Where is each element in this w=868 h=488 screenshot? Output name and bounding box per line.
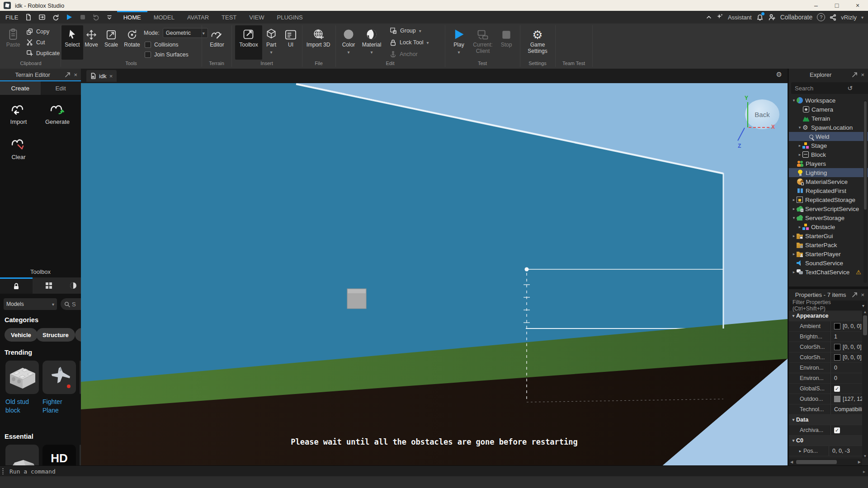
assistant-button[interactable]: Assistant: [728, 14, 752, 21]
tree-item-camera[interactable]: Camera: [789, 105, 868, 114]
viewport[interactable]: idk × ⚙: [81, 69, 788, 465]
redo-icon[interactable]: [52, 14, 59, 21]
close-tab-icon[interactable]: ×: [109, 73, 113, 80]
cut-button[interactable]: Cut: [26, 39, 45, 46]
color-button[interactable]: Color ▾: [339, 25, 358, 60]
toolbox-item-label[interactable]: Old stud block: [5, 398, 41, 415]
tree-item-block[interactable]: ▸Block: [789, 150, 868, 159]
tree-item-lighting[interactable]: Lighting: [789, 168, 868, 177]
tab-home[interactable]: HOME: [117, 11, 147, 23]
mode-dropdown[interactable]: Geometric▾: [163, 28, 208, 38]
rotate-tool-button[interactable]: Rotate: [122, 25, 142, 60]
notifications-bell-icon[interactable]: [756, 14, 764, 21]
paste-button[interactable]: Paste: [4, 25, 23, 60]
close-icon[interactable]: ×: [861, 291, 864, 298]
view-selector[interactable]: Back Y X Z: [739, 96, 788, 150]
part-button[interactable]: Part ▾: [262, 25, 280, 60]
terrain-import-button[interactable]: Import: [3, 100, 34, 125]
tree-item-weld[interactable]: Weld: [789, 132, 868, 141]
tab-plugins[interactable]: PLUGINS: [271, 11, 309, 23]
tree-item-terrain[interactable]: Terrain: [789, 114, 868, 123]
file-menu[interactable]: FILE: [5, 14, 19, 21]
quick-access-more-icon[interactable]: [106, 14, 113, 20]
scale-tool-button[interactable]: Scale: [102, 25, 120, 60]
property-row-outdoorambient[interactable]: Outdoo... [127, 127, 1: [789, 394, 862, 404]
terrain-editor-button[interactable]: Editor: [206, 25, 228, 60]
filter-properties-input[interactable]: Filter Properties (Ctrl+Shift+P)▾: [790, 300, 867, 310]
property-row-archivable[interactable]: Archiva...: [789, 425, 862, 436]
toolbox-tab-inventory[interactable]: [0, 277, 33, 294]
property-row-position[interactable]: ▸ Pos... 0, 0, -3: [789, 446, 862, 456]
terrain-tab-edit[interactable]: Edit: [41, 81, 81, 95]
tree-item-spawnlocation[interactable]: ▾SpawnLocation: [789, 123, 868, 132]
tree-item-players[interactable]: Players: [789, 159, 868, 168]
collapse-ribbon-icon[interactable]: [706, 14, 712, 20]
undock-icon[interactable]: [65, 72, 70, 77]
command-input[interactable]: [4, 468, 863, 475]
tree-item-startergui[interactable]: ▸StarterGui: [789, 231, 868, 240]
help-icon[interactable]: ?: [817, 13, 825, 21]
play-button[interactable]: Play ▾: [449, 25, 468, 60]
stop-quick-icon[interactable]: [79, 14, 86, 21]
tree-item-stage[interactable]: ▸Stage: [789, 141, 868, 150]
new-file-icon[interactable]: [25, 14, 32, 21]
toolbox-item-fighter-plane[interactable]: [42, 361, 76, 394]
tree-item-serverscriptservice[interactable]: ▸ServerScriptService: [789, 204, 868, 213]
property-row-environment-specular[interactable]: Environ... 0: [789, 373, 862, 384]
toolbox-item-label[interactable]: Fighter Plane: [42, 398, 78, 415]
join-surfaces-checkbox[interactable]: Join Surfaces: [145, 52, 189, 58]
tab-view[interactable]: VIEW: [243, 11, 270, 23]
essential-item-rock[interactable]: [5, 445, 39, 465]
current-client-button[interactable]: Current:Client: [471, 25, 495, 60]
ui-button[interactable]: UI: [282, 25, 299, 60]
property-row-brightness[interactable]: Brightn... 1: [789, 332, 862, 342]
color-chevron-down-icon[interactable]: ▾: [347, 50, 349, 55]
tree-item-replicatedstorage[interactable]: ▸ReplicatedStorage: [789, 195, 868, 204]
terrain-tab-create[interactable]: Create: [0, 81, 41, 95]
game-settings-button[interactable]: ⚙ Game Settings: [524, 25, 552, 60]
stop-button[interactable]: Stop: [497, 25, 515, 60]
copy-button[interactable]: Copy: [26, 28, 49, 35]
tree-item-obstacle[interactable]: ▸Obstacle: [789, 222, 868, 231]
tree-item-textchatservice[interactable]: ▸TextChatService ⚠: [789, 267, 868, 277]
tab-avatar[interactable]: AVATAR: [181, 11, 215, 23]
import-3d-button[interactable]: Import 3D: [306, 25, 331, 60]
explorer-scrollbar[interactable]: [863, 100, 867, 283]
user-menu[interactable]: vRizly: [841, 14, 857, 21]
anchor-button[interactable]: Anchor: [390, 51, 418, 58]
property-row-ambient[interactable]: Ambient [0, 0, 0]: [789, 321, 862, 332]
toolbox-tab-creations[interactable]: [65, 277, 81, 294]
properties-vertical-scrollbar[interactable]: ▲▼: [862, 310, 868, 458]
property-row-environment-diffuse[interactable]: Environ... 0: [789, 363, 862, 373]
tree-item-starterpack[interactable]: StarterPack: [789, 240, 868, 249]
tree-item-materialservice[interactable]: MaterialService: [789, 177, 868, 186]
material-button[interactable]: Material ▾: [360, 25, 383, 60]
collisions-checkbox[interactable]: Collisions: [145, 42, 179, 48]
tree-item-replicatedfirst[interactable]: ReplicatedFirst: [789, 186, 868, 195]
property-row-colorshift-bottom[interactable]: ColorSh... [0, 0, 0]: [789, 342, 862, 352]
properties-horizontal-scrollbar[interactable]: ◀▶: [789, 459, 862, 465]
undock-icon[interactable]: [852, 72, 857, 77]
maximize-button[interactable]: □: [826, 0, 847, 11]
category-structure[interactable]: Structure: [36, 328, 75, 342]
tab-test[interactable]: TEST: [215, 11, 243, 23]
undock-icon[interactable]: [852, 292, 857, 297]
duplicate-button[interactable]: Duplicate: [26, 50, 60, 56]
part-chevron-down-icon[interactable]: ▾: [270, 50, 272, 55]
essential-item-hd[interactable]: HD: [42, 445, 76, 465]
section-data[interactable]: ▾Data: [789, 415, 862, 425]
minimize-button[interactable]: –: [806, 0, 826, 11]
viewport-tab-idk[interactable]: idk ×: [86, 70, 117, 82]
terrain-generate-button[interactable]: Generate: [42, 100, 73, 125]
toolbox-button[interactable]: Toolbox: [235, 25, 262, 60]
property-row-globalshadows[interactable]: GlobalS...: [789, 384, 862, 394]
explorer-search-input[interactable]: [791, 82, 868, 94]
move-tool-button[interactable]: Move: [82, 25, 100, 60]
section-c0[interactable]: ▾C0: [789, 436, 862, 446]
search-history-icon[interactable]: ↺: [847, 84, 853, 92]
close-button[interactable]: ×: [847, 0, 868, 11]
category-vehicle[interactable]: Vehicle: [5, 328, 38, 342]
toolbox-item-old-stud-block[interactable]: [5, 361, 39, 394]
toolbox-search-input[interactable]: S: [61, 298, 81, 310]
select-tool-button[interactable]: Select: [61, 25, 83, 60]
